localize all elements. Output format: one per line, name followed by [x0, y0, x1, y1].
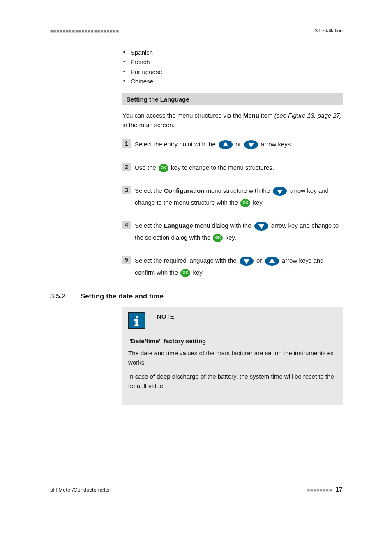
- language-strong: Language: [164, 222, 193, 229]
- ok-key-icon: [213, 234, 223, 242]
- note-box: NOTE "Date/time" factory setting The dat…: [122, 307, 343, 405]
- note-title: NOTE: [157, 313, 337, 321]
- ok-key-icon: [159, 164, 168, 172]
- ok-key-icon: [180, 269, 190, 277]
- page-number: 17: [335, 486, 343, 493]
- text: key.: [253, 199, 263, 206]
- text: key.: [193, 269, 203, 276]
- arrow-down-icon: [244, 140, 258, 150]
- info-icon: [128, 312, 145, 329]
- text: or: [256, 257, 264, 264]
- step-number: 3: [122, 186, 131, 194]
- text: Select the entry point with the: [135, 141, 217, 148]
- footer-left: pH Meter/Conductometer: [50, 487, 110, 493]
- step-5: 5 Select the required language with the …: [122, 255, 343, 278]
- text: item: [259, 112, 274, 119]
- section-heading: Setting the Language: [122, 93, 343, 105]
- step-number: 2: [122, 163, 131, 171]
- menu-strong: Menu: [243, 112, 259, 119]
- arrow-down-icon: [254, 221, 269, 231]
- text: or: [235, 141, 243, 148]
- text: key.: [226, 234, 236, 241]
- step-4: 4 Select the Language menu dialog with t…: [122, 220, 343, 243]
- list-item: Portuguese: [122, 67, 343, 76]
- svg-rect-7: [134, 325, 139, 326]
- step-number: 1: [122, 139, 131, 148]
- language-list: Spanish French Portuguese Chinese: [122, 48, 343, 86]
- text: You can access the menu structures via t…: [122, 112, 243, 119]
- list-item: French: [122, 57, 343, 67]
- step-1: 1 Select the entry point with the or arr…: [122, 139, 343, 150]
- svg-point-4: [136, 316, 138, 318]
- arrow-down-icon: [272, 186, 287, 196]
- text: Select the: [135, 187, 164, 194]
- text: menu structure with the: [204, 187, 272, 194]
- list-item: Chinese: [122, 76, 343, 86]
- text: Select the required language with the: [135, 257, 238, 264]
- text: menu dialog with the: [193, 222, 253, 229]
- note-paragraph: The date and time values of the manufact…: [128, 349, 337, 367]
- arrow-up-icon: [218, 140, 233, 150]
- arrow-down-icon: [239, 256, 254, 266]
- text: arrow keys.: [261, 141, 293, 148]
- svg-rect-6: [134, 319, 137, 321]
- subsection-number: 3.5.2: [50, 292, 66, 301]
- subsection-heading: 3.5.2 Setting the date and time: [50, 292, 343, 301]
- step-3: 3 Select the Configuration menu structur…: [122, 185, 343, 208]
- step-2: 2 Use the key to change to the menu stru…: [122, 162, 343, 174]
- footer-ornament: ■■■■■■■■: [307, 488, 332, 493]
- text: Select the: [135, 222, 164, 229]
- page-footer: pH Meter/Conductometer ■■■■■■■■ 17: [50, 486, 343, 493]
- note-paragraph: In case of deep discharge of the battery…: [128, 372, 337, 391]
- step-number: 4: [122, 221, 131, 229]
- text: Use the: [135, 164, 158, 171]
- ok-key-icon: [240, 199, 250, 207]
- text: in the main screen.: [122, 121, 175, 128]
- page-header: ■■■■■■■■■■■■■■■■■■■■■■ 3 Installation: [50, 28, 343, 34]
- header-chapter: 3 Installation: [315, 28, 343, 34]
- configuration-strong: Configuration: [164, 187, 204, 194]
- text: key to change to the menu structures.: [171, 164, 274, 171]
- arrow-up-icon: [265, 256, 279, 266]
- intro-paragraph: You can access the menu structures via t…: [122, 111, 343, 130]
- subsection-title: Setting the date and time: [81, 292, 164, 301]
- header-ornament: ■■■■■■■■■■■■■■■■■■■■■■: [50, 29, 119, 34]
- list-item: Spanish: [122, 48, 343, 57]
- note-subheading: "Date/time" factory setting: [128, 338, 337, 345]
- figure-reference: (see Figure 13, page 27): [274, 112, 342, 119]
- step-number: 5: [122, 256, 131, 264]
